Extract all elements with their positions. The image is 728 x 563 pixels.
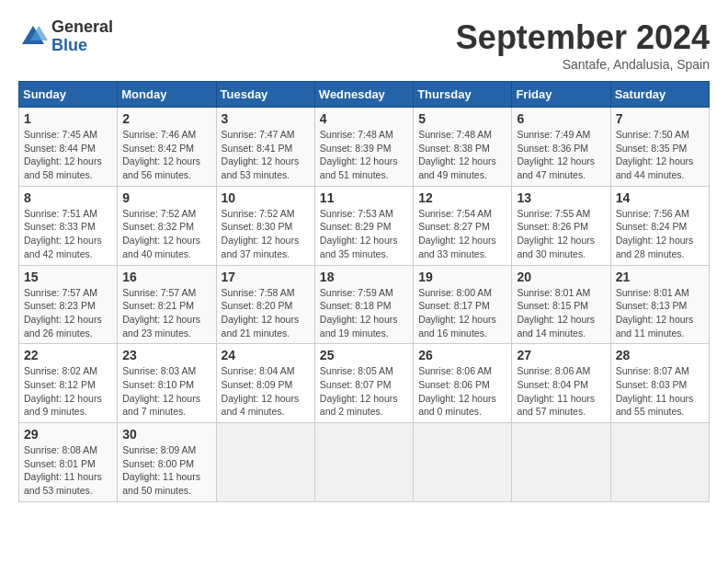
day-number: 15 [24,270,112,284]
month-title: September 2024 [456,18,710,57]
calendar-day-cell: 16Sunrise: 7:57 AM Sunset: 8:21 PM Dayli… [118,265,216,344]
day-number: 10 [222,190,310,205]
calendar-day-cell: 29Sunrise: 8:08 AM Sunset: 8:01 PM Dayli… [19,423,118,502]
logo-blue-text: Blue [51,37,113,55]
logo: General Blue [18,18,113,55]
calendar-day-cell: 4Sunrise: 7:48 AM Sunset: 8:39 PM Daylig… [314,108,413,187]
calendar-day-cell [610,423,709,502]
day-number: 8 [24,190,112,205]
day-info: Sunrise: 7:57 AM Sunset: 8:23 PM Dayligh… [24,286,112,340]
day-info: Sunrise: 7:49 AM Sunset: 8:36 PM Dayligh… [517,128,605,182]
calendar-day-cell: 10Sunrise: 7:52 AM Sunset: 8:30 PM Dayli… [216,186,314,265]
calendar-day-cell: 14Sunrise: 7:56 AM Sunset: 8:24 PM Dayli… [610,186,709,265]
day-info: Sunrise: 7:57 AM Sunset: 8:21 PM Dayligh… [122,286,210,340]
logo-text: General Blue [51,18,113,55]
day-info: Sunrise: 8:05 AM Sunset: 8:07 PM Dayligh… [320,364,408,419]
calendar-day-cell: 3Sunrise: 7:47 AM Sunset: 8:41 PM Daylig… [216,108,314,187]
day-info: Sunrise: 7:53 AM Sunset: 8:29 PM Dayligh… [320,207,408,261]
day-info: Sunrise: 8:09 AM Sunset: 8:00 PM Dayligh… [122,443,210,498]
day-number: 30 [122,427,210,442]
day-info: Sunrise: 7:46 AM Sunset: 8:42 PM Dayligh… [122,128,210,182]
day-info: Sunrise: 8:00 AM Sunset: 8:17 PM Dayligh… [418,286,506,340]
day-info: Sunrise: 7:55 AM Sunset: 8:26 PM Dayligh… [517,207,605,261]
calendar-day-cell: 30Sunrise: 8:09 AM Sunset: 8:00 PM Dayli… [118,423,216,502]
calendar-week-row: 1Sunrise: 7:45 AM Sunset: 8:44 PM Daylig… [19,108,710,187]
calendar-day-cell: 8Sunrise: 7:51 AM Sunset: 8:33 PM Daylig… [19,186,118,265]
day-info: Sunrise: 8:02 AM Sunset: 8:12 PM Dayligh… [24,364,112,419]
calendar-day-cell: 22Sunrise: 8:02 AM Sunset: 8:12 PM Dayli… [19,344,118,423]
day-number: 4 [320,111,408,126]
calendar-day-cell [314,423,413,502]
day-info: Sunrise: 8:06 AM Sunset: 8:04 PM Dayligh… [517,364,605,419]
calendar-table: SundayMondayTuesdayWednesdayThursdayFrid… [18,81,710,502]
calendar-header-row: SundayMondayTuesdayWednesdayThursdayFrid… [19,82,710,108]
calendar-day-cell: 21Sunrise: 8:01 AM Sunset: 8:13 PM Dayli… [610,265,709,344]
day-number: 12 [418,190,506,205]
day-of-week-header: Saturday [610,82,709,108]
day-number: 23 [122,348,210,362]
day-number: 25 [320,348,408,362]
day-of-week-header: Thursday [414,82,512,108]
day-of-week-header: Monday [118,82,216,108]
calendar-day-cell: 27Sunrise: 8:06 AM Sunset: 8:04 PM Dayli… [512,344,610,423]
calendar-week-row: 8Sunrise: 7:51 AM Sunset: 8:33 PM Daylig… [19,186,710,265]
day-of-week-header: Friday [512,82,610,108]
day-of-week-header: Sunday [19,82,118,108]
day-of-week-header: Tuesday [216,82,314,108]
day-number: 1 [24,111,112,126]
day-number: 22 [24,348,112,362]
calendar-week-row: 15Sunrise: 7:57 AM Sunset: 8:23 PM Dayli… [19,265,710,344]
calendar-day-cell: 17Sunrise: 7:58 AM Sunset: 8:20 PM Dayli… [216,265,314,344]
calendar-day-cell: 1Sunrise: 7:45 AM Sunset: 8:44 PM Daylig… [19,108,118,187]
calendar-week-row: 22Sunrise: 8:02 AM Sunset: 8:12 PM Dayli… [19,344,710,423]
day-number: 27 [517,348,605,362]
location-subtitle: Santafe, Andalusia, Spain [456,57,710,72]
day-info: Sunrise: 7:45 AM Sunset: 8:44 PM Dayligh… [24,128,112,182]
day-info: Sunrise: 8:03 AM Sunset: 8:10 PM Dayligh… [122,364,210,419]
calendar-day-cell: 28Sunrise: 8:07 AM Sunset: 8:03 PM Dayli… [610,344,709,423]
calendar-day-cell: 25Sunrise: 8:05 AM Sunset: 8:07 PM Dayli… [314,344,413,423]
calendar-day-cell: 6Sunrise: 7:49 AM Sunset: 8:36 PM Daylig… [512,108,610,187]
calendar-day-cell: 15Sunrise: 7:57 AM Sunset: 8:23 PM Dayli… [19,265,118,344]
day-number: 18 [320,270,408,284]
day-info: Sunrise: 7:52 AM Sunset: 8:30 PM Dayligh… [222,207,310,261]
day-number: 21 [616,270,704,284]
calendar-day-cell: 13Sunrise: 7:55 AM Sunset: 8:26 PM Dayli… [512,186,610,265]
day-of-week-header: Wednesday [314,82,413,108]
calendar-day-cell [216,423,314,502]
day-info: Sunrise: 7:51 AM Sunset: 8:33 PM Dayligh… [24,207,112,261]
day-info: Sunrise: 7:48 AM Sunset: 8:38 PM Dayligh… [418,128,506,182]
calendar-day-cell: 19Sunrise: 8:00 AM Sunset: 8:17 PM Dayli… [414,265,512,344]
calendar-day-cell: 26Sunrise: 8:06 AM Sunset: 8:06 PM Dayli… [414,344,512,423]
calendar-day-cell [414,423,512,502]
day-number: 17 [222,270,310,284]
calendar-day-cell: 9Sunrise: 7:52 AM Sunset: 8:32 PM Daylig… [118,186,216,265]
day-number: 26 [418,348,506,362]
day-number: 2 [122,111,210,126]
day-number: 19 [418,270,506,284]
day-number: 9 [122,190,210,205]
calendar-day-cell [512,423,610,502]
day-number: 13 [517,190,605,205]
calendar-day-cell: 5Sunrise: 7:48 AM Sunset: 8:38 PM Daylig… [414,108,512,187]
logo-icon [18,22,48,52]
calendar-day-cell: 24Sunrise: 8:04 AM Sunset: 8:09 PM Dayli… [216,344,314,423]
day-number: 7 [616,111,704,126]
day-number: 6 [517,111,605,126]
day-number: 11 [320,190,408,205]
day-info: Sunrise: 7:52 AM Sunset: 8:32 PM Dayligh… [122,207,210,261]
day-number: 16 [122,270,210,284]
day-number: 5 [418,111,506,126]
calendar-day-cell: 7Sunrise: 7:50 AM Sunset: 8:35 PM Daylig… [610,108,709,187]
day-number: 20 [517,270,605,284]
calendar-week-row: 29Sunrise: 8:08 AM Sunset: 8:01 PM Dayli… [19,423,710,502]
page-header: General Blue September 2024 Santafe, And… [18,18,710,72]
day-info: Sunrise: 7:54 AM Sunset: 8:27 PM Dayligh… [418,207,506,261]
day-info: Sunrise: 7:47 AM Sunset: 8:41 PM Dayligh… [222,128,310,182]
day-number: 3 [222,111,310,126]
day-info: Sunrise: 8:01 AM Sunset: 8:15 PM Dayligh… [517,286,605,340]
day-number: 24 [222,348,310,362]
logo-general-text: General [51,18,113,37]
day-info: Sunrise: 8:08 AM Sunset: 8:01 PM Dayligh… [24,443,112,498]
day-info: Sunrise: 8:04 AM Sunset: 8:09 PM Dayligh… [222,364,310,419]
